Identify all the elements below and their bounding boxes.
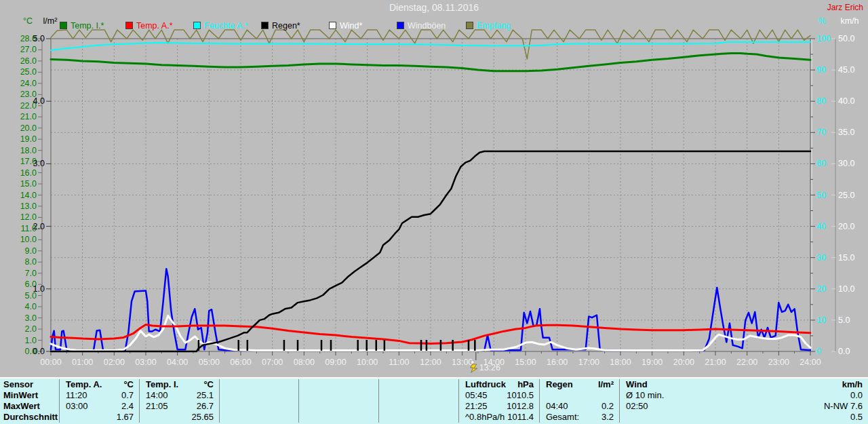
svg-text:16.0: 16.0 [20, 168, 37, 178]
cell-time: Regen [546, 379, 573, 390]
cell-value: 25.65 [191, 412, 214, 423]
table-col-header: Windkm/h [619, 379, 868, 390]
legend-item-wind: Wind* [329, 21, 362, 31]
cell-value: 2.4 [121, 401, 134, 412]
svg-text:80: 80 [816, 96, 826, 106]
svg-text:3.0: 3.0 [33, 159, 45, 168]
table-cell: 21:0526.7 [139, 401, 219, 412]
legend-swatch-feuchte [193, 22, 201, 29]
cell-time: 21:05 [146, 401, 168, 412]
svg-text:50: 50 [816, 191, 826, 200]
svg-text:3.0: 3.0 [25, 313, 37, 323]
table-cell [378, 390, 458, 401]
legend-swatch-wind [329, 22, 336, 29]
svg-text:18.0: 18.0 [20, 146, 37, 155]
cell-value: 1012.8 [507, 401, 534, 412]
legend-swatch-regen [261, 22, 269, 29]
svg-text:4.0: 4.0 [25, 302, 37, 311]
cell-value: 0.2 [601, 401, 614, 412]
weather-day-chart: 0.01.02.03.04.05.06.07.08.09.010.011.012… [0, 0, 868, 377]
svg-text:13.0: 13.0 [20, 201, 37, 211]
svg-text:0.0: 0.0 [33, 347, 45, 356]
svg-text:08:00: 08:00 [294, 358, 315, 367]
table-cell [539, 390, 619, 401]
table-cell: 11:200.7 [59, 390, 139, 401]
cell-time: Ø 10 min. [626, 390, 664, 401]
table-cell [378, 401, 458, 412]
svg-text:50.0: 50.0 [838, 34, 854, 43]
svg-text:04:00: 04:00 [167, 358, 188, 367]
svg-text:30.0: 30.0 [838, 159, 854, 168]
svg-text:60: 60 [816, 159, 826, 168]
cell-time: 03:00 [66, 401, 88, 412]
svg-text:10.0: 10.0 [20, 235, 37, 244]
chart-plot-area[interactable] [51, 39, 810, 351]
svg-text:1.0: 1.0 [25, 336, 37, 345]
cell-time: Temp. I. [146, 379, 178, 390]
table-cell: 03:002.4 [59, 401, 139, 412]
svg-text:20:00: 20:00 [673, 358, 694, 367]
svg-text:8.0: 8.0 [25, 257, 37, 267]
legend-label: Regen* [272, 21, 300, 31]
table-row-label: MaxWert [0, 401, 59, 412]
cell-time: Temp. A. [66, 379, 102, 390]
legend-label: Temp. A.* [136, 21, 173, 31]
svg-text:90: 90 [816, 65, 826, 75]
svg-text:24:00: 24:00 [800, 358, 821, 367]
svg-text:14.0: 14.0 [20, 191, 37, 200]
table-cell [219, 401, 298, 412]
table-cell: 0.5 [619, 412, 868, 423]
table-cell: 04:400.2 [539, 401, 619, 412]
svg-text:4.0: 4.0 [33, 96, 45, 106]
svg-text:20: 20 [816, 284, 826, 294]
svg-text:40.0: 40.0 [838, 96, 854, 106]
svg-text:02:00: 02:00 [104, 358, 125, 367]
svg-text:09:00: 09:00 [325, 358, 346, 367]
cell-value: N-NW 7.6 [824, 401, 863, 412]
table-cell [378, 412, 458, 423]
legend-swatch-windboeen [397, 22, 404, 29]
svg-text:2.0: 2.0 [33, 222, 45, 231]
svg-text:15.0: 15.0 [838, 253, 854, 263]
cell-value: 0.0 [850, 390, 863, 401]
svg-text:35.0: 35.0 [838, 128, 854, 137]
statistics-table: SensorTemp. A.°CTemp. I.°CLuftdruckhPaRe… [0, 377, 868, 424]
legend-swatch-temp_a [125, 22, 133, 29]
table-cell: 1.67 [59, 412, 139, 423]
cell-value: °C [203, 379, 214, 390]
svg-text:10:00: 10:00 [357, 358, 378, 367]
axis-left-temperature: 0.01.02.03.04.05.06.07.08.09.010.011.012… [20, 34, 42, 356]
svg-text:19.0: 19.0 [20, 134, 37, 144]
table-cell: 14:0025.1 [139, 390, 219, 401]
cell-value: 1011.4 [507, 412, 534, 423]
axis-unit-percent: % [812, 16, 832, 26]
axis-right-humidity: 0102030405060708090100 [810, 34, 831, 356]
svg-text:05:00: 05:00 [199, 358, 220, 367]
svg-text:15:00: 15:00 [515, 358, 536, 367]
svg-text:12:00: 12:00 [420, 358, 441, 367]
svg-text:1.0: 1.0 [33, 284, 45, 294]
legend-label: Wind* [340, 21, 362, 31]
weather-app-screen: 0.01.02.03.04.05.06.07.08.09.010.011.012… [0, 0, 868, 424]
legend-label: Feuchte A.* [204, 21, 248, 31]
svg-text:27.0: 27.0 [20, 45, 37, 54]
svg-text:18:00: 18:00 [610, 358, 631, 367]
table-cell: Gesamt:3.2 [539, 412, 619, 423]
svg-text:0: 0 [816, 347, 821, 356]
svg-text:23:00: 23:00 [768, 358, 789, 367]
table-cell [219, 390, 298, 401]
legend-item-empfang: Empfang [466, 21, 511, 31]
legend-label: Windböen [408, 21, 446, 31]
cell-time: 11:20 [66, 390, 87, 401]
svg-text:2.0: 2.0 [25, 324, 37, 334]
svg-text:17:00: 17:00 [578, 358, 599, 367]
svg-text:45.0: 45.0 [838, 65, 854, 75]
cell-time: 02:50 [626, 401, 648, 412]
svg-text:0.0: 0.0 [838, 347, 850, 356]
svg-text:10.0: 10.0 [838, 284, 854, 294]
svg-text:40: 40 [816, 222, 826, 231]
svg-text:21:00: 21:00 [705, 358, 726, 367]
svg-text:5.0: 5.0 [33, 34, 45, 43]
svg-text:11:00: 11:00 [389, 358, 409, 367]
svg-text:26.0: 26.0 [20, 56, 37, 66]
